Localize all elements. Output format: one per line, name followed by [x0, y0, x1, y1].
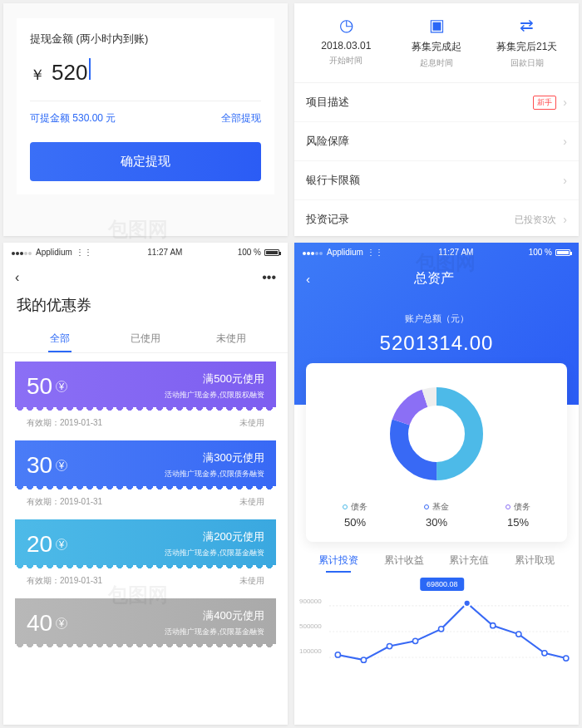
withdraw-amount-input[interactable]: ￥ 520 [30, 58, 261, 86]
status-bar: Applidium ⋮⋮ 11:27 AM 100 % [3, 243, 288, 262]
tab-cumulative-deposit[interactable]: 累计充值 [436, 553, 502, 568]
row-invest-record[interactable]: 投资记录 已投资3次› [294, 200, 579, 236]
svg-point-7 [335, 652, 340, 657]
svg-point-8 [361, 657, 366, 662]
clock-icon: ◷ [301, 15, 392, 35]
withdraw-label: 提现金额 (两小时内到账) [30, 32, 261, 47]
svg-point-12 [464, 600, 471, 607]
legend-item: 债务50% [343, 501, 367, 529]
svg-point-11 [439, 627, 444, 632]
calendar-icon: ▣ [392, 15, 482, 35]
coupon-list: 50¥满500元使用活动推广现金券,仅限股权融资 有效期：2019-01-31未… [3, 353, 288, 662]
balance-label: 账户总额（元） [294, 312, 579, 325]
battery-icon [264, 249, 279, 256]
chevron-right-icon: › [563, 174, 567, 187]
back-button[interactable]: ‹ [15, 270, 19, 285]
divider [30, 101, 261, 101]
assets-panel: Applidium ⋮⋮ 11:27 AM 100 % ‹ 总资产 账户总额（元… [294, 243, 579, 725]
coupon-item[interactable]: 50¥满500元使用活动推广现金券,仅限股权融资 有效期：2019-01-31未… [15, 362, 276, 434]
meta-interest: ▣ 募集完成起 起息时间 [392, 15, 482, 69]
confirm-withdraw-button[interactable]: 确定提现 [30, 142, 261, 181]
yen-icon: ¥ [56, 460, 67, 471]
amount-value: 520 [52, 60, 87, 86]
stats-tabs: 累计投资 累计收益 累计充值 累计取现 [294, 542, 579, 574]
tab-cumulative-invest[interactable]: 累计投资 [306, 553, 372, 568]
nav-bar: ‹ 总资产 [294, 262, 579, 296]
coupon-item[interactable]: 30¥满300元使用活动推广现金券,仅限债务融资 有效期：2019-01-31未… [15, 440, 276, 513]
yen-icon: ¥ [56, 539, 67, 550]
svg-point-13 [491, 623, 496, 628]
tab-all[interactable]: 全部 [17, 325, 102, 352]
signal-icon [303, 248, 323, 257]
tab-cumulative-income[interactable]: 累计收益 [372, 553, 437, 568]
newbie-badge: 新手 [533, 96, 556, 110]
project-meta: ◷ 2018.03.01 开始时间 ▣ 募集完成起 起息时间 ⇄ 募集完后21天… [294, 3, 579, 83]
donut-chart [382, 380, 491, 488]
status-time: 11:27 AM [147, 248, 182, 257]
coupons-panel: Applidium ⋮⋮ 11:27 AM 100 % ‹ ••• 我的优惠券 … [3, 243, 288, 725]
svg-point-16 [564, 656, 569, 661]
chevron-right-icon: › [563, 213, 567, 226]
page-title: 总资产 [310, 270, 557, 288]
coupon-item[interactable]: 20¥满200元使用活动推广现金券,仅限基金融资 有效期：2019-01-31未… [15, 519, 276, 592]
page-title: 我的优惠券 [3, 290, 288, 325]
yen-icon: ¥ [56, 617, 67, 629]
meta-start: ◷ 2018.03.01 开始时间 [301, 15, 392, 69]
status-bar: Applidium ⋮⋮ 11:27 AM 100 % [294, 243, 579, 262]
return-icon: ⇄ [481, 15, 572, 35]
currency-symbol: ￥ [30, 65, 45, 85]
chart-legend: 债务50% 基金30% 债务15% [314, 501, 559, 529]
chevron-right-icon: › [563, 96, 567, 109]
donut-card: 债务50% 基金30% 债务15% [306, 363, 567, 542]
legend-item: 基金30% [424, 501, 449, 529]
row-bank-limit[interactable]: 银行卡限额 › [294, 161, 579, 200]
available-label: 可提金额 530.00 元 [30, 111, 116, 125]
chevron-right-icon: › [563, 135, 567, 148]
signal-icon [12, 248, 32, 257]
meta-return: ⇄ 募集完后21天 回款日期 [481, 15, 572, 69]
coupon-tabs: 全部 已使用 未使用 [3, 325, 288, 353]
coupon-item[interactable]: 40¥满400元使用活动推广现金券,仅限基金融资 [15, 598, 276, 647]
wifi-icon: ⋮⋮ [76, 248, 92, 257]
legend-item: 债务15% [506, 501, 530, 529]
withdraw-all-link[interactable]: 全部提现 [221, 111, 261, 125]
available-value: 530.00 元 [72, 112, 116, 124]
tab-cumulative-withdraw[interactable]: 累计取现 [502, 553, 568, 568]
nav-bar: ‹ ••• [3, 262, 288, 290]
wifi-icon: ⋮⋮ [367, 248, 383, 257]
svg-point-15 [542, 651, 547, 656]
yen-icon: ¥ [56, 381, 67, 392]
y-tick: 900000 [299, 598, 322, 605]
svg-point-9 [387, 643, 392, 648]
project-panel: ◷ 2018.03.01 开始时间 ▣ 募集完成起 起息时间 ⇄ 募集完后21天… [294, 3, 579, 236]
tab-used[interactable]: 已使用 [102, 325, 188, 352]
more-button[interactable]: ••• [262, 270, 276, 285]
svg-point-14 [516, 632, 521, 637]
y-tick: 100000 [299, 647, 322, 655]
text-cursor [89, 58, 91, 80]
svg-point-10 [412, 638, 417, 643]
line-chart: 900000 500000 100000 69800.08 [294, 574, 579, 682]
tab-unused[interactable]: 未使用 [189, 325, 274, 352]
status-time: 11:27 AM [438, 248, 473, 257]
battery-icon [555, 249, 570, 256]
balance-value: 5201314.00 [294, 332, 579, 355]
y-tick: 500000 [299, 622, 322, 630]
withdraw-panel: 提现金额 (两小时内到账) ￥ 520 可提金额 530.00 元 全部提现 确… [3, 3, 288, 236]
row-risk[interactable]: 风险保障 › [294, 122, 579, 161]
row-project-desc[interactable]: 项目描述 新手› [294, 83, 579, 122]
